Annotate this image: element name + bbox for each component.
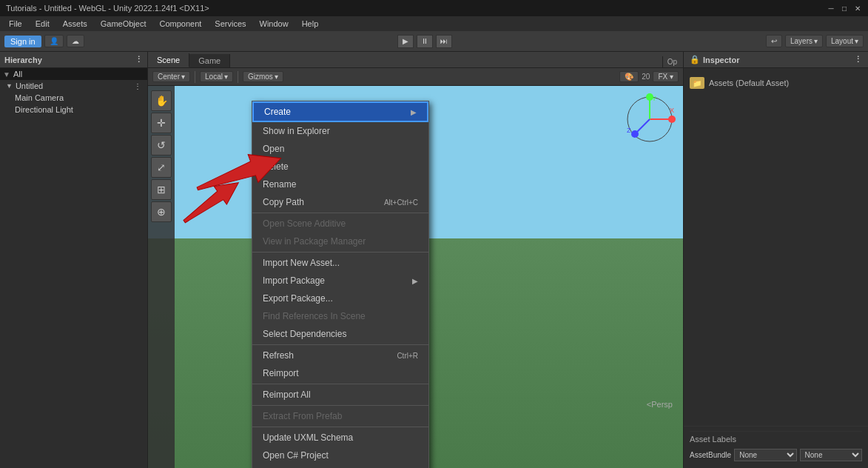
ctx-sep-6	[252, 427, 428, 427]
layout-btn[interactable]: Layout ▾	[826, 35, 864, 47]
close-btn[interactable]: ✕	[853, 4, 862, 13]
menu-edit[interactable]: Edit	[30, 18, 55, 30]
window-controls[interactable]: ─ □ ✕	[827, 4, 862, 13]
menu-gameobject[interactable]: GameObject	[95, 18, 152, 30]
asset-labels-header: Asset Labels	[690, 431, 862, 447]
inspector-header: 🔒 Inspector ⋮	[684, 52, 868, 68]
toolbar-left: Sign in 👤 ☁	[4, 35, 84, 47]
tab-scene[interactable]: Scene	[148, 53, 189, 67]
toolbar-divider-2	[238, 71, 238, 83]
ctx-sep-3	[252, 344, 428, 345]
minimize-btn[interactable]: ─	[827, 4, 835, 13]
ctx-open-scene-additive: Open Scene Additive	[252, 215, 428, 233]
menu-help[interactable]: Help	[296, 18, 325, 30]
inspector-menu-icon[interactable]: ⋮	[854, 55, 862, 64]
play-button[interactable]: ▶	[397, 35, 414, 48]
collab-btn[interactable]: ☁	[67, 35, 84, 47]
svg-point-2	[668, 116, 676, 123]
context-menu: Create ▶ Show in Explorer Open Delete Re…	[252, 101, 429, 468]
tab-game[interactable]: Game	[189, 54, 230, 67]
ctx-open-csharp[interactable]: Open C# Project	[252, 447, 428, 464]
scale-tool[interactable]: ⤢	[151, 157, 172, 178]
rotate-tool[interactable]: ↺	[151, 135, 172, 156]
ctx-show-explorer[interactable]: Show in Explorer	[252, 122, 428, 140]
main-toolbar: Sign in 👤 ☁ ▶ ⏸ ⏭ ↩ Layers ▾ Layout ▾	[0, 31, 868, 52]
hand-tool[interactable]: ✋	[151, 90, 172, 111]
scene-fx-btn[interactable]: FX ▾	[653, 71, 679, 82]
svg-text:Y: Y	[652, 95, 656, 102]
main-layout: Hierarchy ⋮ ▼ All ▼ Untitled ⋮ Main Came…	[0, 52, 868, 468]
ctx-refresh[interactable]: Refresh Ctrl+R	[252, 347, 428, 364]
scene-game-tabs: Scene Game ⋮	[148, 52, 683, 68]
ctx-update-uxml[interactable]: Update UXML Schema	[252, 429, 428, 447]
rect-tool[interactable]: ⊞	[151, 179, 172, 200]
ctx-create[interactable]: Create ▶	[252, 101, 428, 122]
asset-bundle-select-2[interactable]: None	[800, 449, 862, 461]
undo-btn[interactable]: ↩	[766, 35, 782, 47]
ctx-create-arrow: ▶	[411, 108, 417, 116]
ctx-reimport[interactable]: Reimport	[252, 364, 428, 382]
hierarchy-panel: Hierarchy ⋮ ▼ All ▼ Untitled ⋮ Main Came…	[0, 52, 148, 468]
toolbar-divider-1	[195, 71, 195, 83]
ctx-view-import-activity[interactable]: View in Import Activity Window	[252, 464, 428, 468]
maximize-btn[interactable]: □	[840, 4, 849, 13]
center-dropdown[interactable]: Center ▾	[152, 71, 190, 82]
inspector-panel: 🔒 Inspector ⋮ 📁 Assets (Default Asset) O…	[683, 52, 868, 468]
svg-text:X: X	[670, 107, 674, 114]
toolbar-center: ▶ ⏸ ⏭	[397, 35, 452, 48]
asset-path-label: Assets (Default Asset)	[709, 78, 789, 87]
account-btn[interactable]: 👤	[44, 35, 64, 47]
lock-icon[interactable]: 🔒	[690, 55, 700, 64]
menu-component[interactable]: Component	[153, 18, 207, 30]
asset-bundle-label: AssetBundle	[690, 451, 731, 459]
hierarchy-item-directional-light[interactable]: Directional Light	[9, 104, 147, 116]
hierarchy-menu-icon[interactable]: ⋮	[135, 55, 143, 64]
hierarchy-title: Hierarchy	[4, 56, 42, 64]
menu-assets[interactable]: Assets	[57, 18, 93, 30]
asset-path: 📁 Assets (Default Asset)	[690, 74, 862, 92]
gizmos-btn[interactable]: Gizmos ▾	[243, 71, 283, 82]
asset-bundle-row: AssetBundle None None	[690, 447, 862, 464]
inspector-bottom: Asset Labels AssetBundle None None	[684, 426, 868, 468]
transform-tool[interactable]: ⊕	[151, 201, 172, 222]
window-title: Tutorials - Untitled - WebGL - Unity 202…	[6, 4, 209, 13]
ctx-sep-1	[252, 213, 428, 213]
ctx-copy-path-shortcut: Alt+Ctrl+C	[384, 198, 418, 207]
ctx-reimport-all[interactable]: Reimport All	[252, 386, 428, 404]
scene-view: ✋ ✛ ↺ ⤢ ⊞ ⊕ X Y	[148, 86, 683, 468]
hierarchy-header: Hierarchy ⋮	[0, 52, 147, 68]
scene-toolbar: Center ▾ Local ▾ Gizmos ▾ 🎨 20 FX ▾	[148, 68, 683, 86]
render-mode-btn[interactable]: 🎨	[619, 71, 639, 82]
svg-point-8	[631, 130, 639, 138]
hierarchy-item-untitled[interactable]: ▼ Untitled ⋮	[0, 80, 147, 92]
ctx-rename[interactable]: Rename	[252, 176, 428, 193]
op-button[interactable]: Op	[662, 56, 682, 68]
ctx-export-package[interactable]: Export Package...	[252, 290, 428, 307]
ctx-view-package-manager: View in Package Manager	[252, 233, 428, 250]
ctx-import-package[interactable]: Import Package ▶	[252, 272, 428, 290]
hierarchy-item-main-camera[interactable]: Main Camera	[9, 92, 147, 104]
menu-file[interactable]: File	[3, 18, 28, 30]
ctx-import-new-asset[interactable]: Import New Asset...	[252, 254, 428, 272]
ctx-copy-path[interactable]: Copy Path Alt+Ctrl+C	[252, 193, 428, 211]
layers-btn[interactable]: Layers ▾	[785, 35, 823, 47]
ctx-extract-prefab: Extract From Prefab	[252, 407, 428, 425]
menu-services[interactable]: Services	[209, 18, 252, 30]
menu-window[interactable]: Window	[254, 18, 295, 30]
move-tool[interactable]: ✛	[151, 113, 172, 133]
ctx-delete[interactable]: Delete	[252, 158, 428, 176]
ctx-find-references: Find References In Scene	[252, 307, 428, 325]
ctx-sep-2	[252, 252, 428, 253]
ctx-select-dependencies[interactable]: Select Dependencies	[252, 325, 428, 343]
asset-bundle-select-1[interactable]: None	[734, 449, 796, 461]
ctx-open[interactable]: Open	[252, 140, 428, 158]
inspector-title: Inspector	[703, 56, 740, 64]
pause-button[interactable]: ⏸	[417, 35, 433, 48]
local-dropdown[interactable]: Local ▾	[200, 71, 233, 82]
sign-in-button[interactable]: Sign in	[4, 36, 41, 47]
inspector-content: 📁 Assets (Default Asset)	[684, 68, 868, 253]
ctx-sep-5	[252, 405, 428, 406]
svg-text:Z: Z	[627, 127, 631, 134]
folder-icon: 📁	[690, 77, 704, 89]
step-button[interactable]: ⏭	[436, 35, 452, 48]
